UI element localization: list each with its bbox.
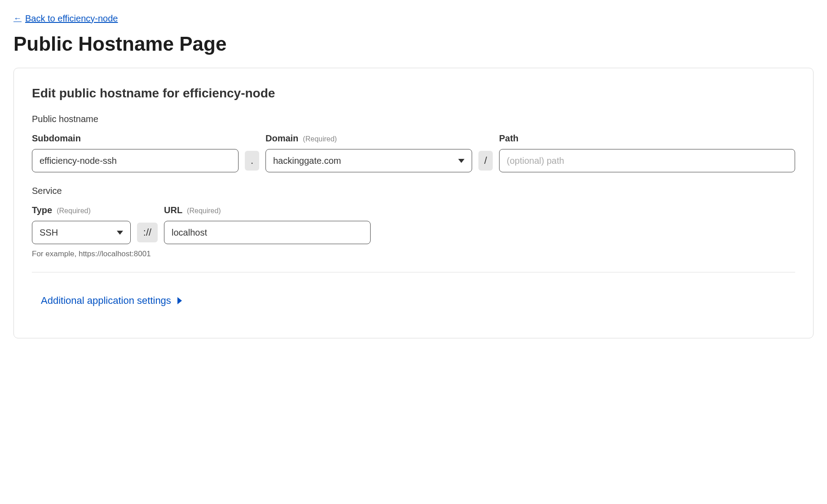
path-input[interactable] — [499, 149, 795, 172]
path-field-group: Path — [499, 133, 795, 172]
page-title: Public Hostname Page — [13, 33, 814, 55]
additional-settings-toggle[interactable]: Additional application settings — [41, 295, 182, 307]
back-link[interactable]: ← Back to efficiency-node — [13, 13, 118, 24]
path-label: Path — [499, 133, 795, 144]
additional-settings-label: Additional application settings — [41, 295, 171, 307]
type-field-group: Type (Required) SSH — [32, 205, 131, 244]
service-example-text: For example, https://localhost:8001 — [32, 250, 795, 259]
arrow-left-icon: ← — [13, 14, 22, 23]
type-select[interactable]: SSH — [32, 221, 131, 244]
type-label-text: Type — [32, 205, 52, 215]
scheme-separator: :// — [137, 223, 158, 242]
hostname-row: Subdomain . Domain (Required) hackinggat… — [32, 133, 795, 172]
slash-separator: / — [478, 151, 493, 171]
domain-select-value: hackinggate.com — [273, 156, 341, 166]
form-card: Edit public hostname for efficiency-node… — [13, 68, 814, 338]
public-hostname-section-label: Public hostname — [32, 114, 795, 124]
url-field-group: URL (Required) — [164, 205, 371, 244]
panel-title: Edit public hostname for efficiency-node — [32, 86, 795, 101]
caret-right-icon — [177, 297, 182, 304]
url-required-tag: (Required) — [187, 207, 221, 215]
subdomain-input[interactable] — [32, 149, 239, 172]
divider — [32, 272, 795, 272]
domain-label: Domain (Required) — [265, 133, 472, 144]
url-label: URL (Required) — [164, 205, 371, 215]
type-select-value: SSH — [40, 228, 58, 238]
domain-required-tag: (Required) — [303, 135, 337, 143]
caret-down-icon — [458, 159, 464, 163]
url-input[interactable] — [164, 221, 371, 244]
domain-select[interactable]: hackinggate.com — [265, 149, 472, 172]
url-label-text: URL — [164, 205, 182, 215]
back-link-label: Back to efficiency-node — [25, 13, 118, 24]
type-required-tag: (Required) — [57, 207, 91, 215]
domain-field-group: Domain (Required) hackinggate.com — [265, 133, 472, 172]
type-label: Type (Required) — [32, 205, 131, 215]
service-section-label: Service — [32, 186, 795, 196]
subdomain-label: Subdomain — [32, 133, 239, 144]
domain-label-text: Domain — [265, 133, 298, 144]
caret-down-icon — [117, 231, 123, 235]
service-row: Type (Required) SSH :// URL (Required) — [32, 205, 795, 244]
dot-separator: . — [245, 151, 259, 171]
subdomain-field-group: Subdomain — [32, 133, 239, 172]
